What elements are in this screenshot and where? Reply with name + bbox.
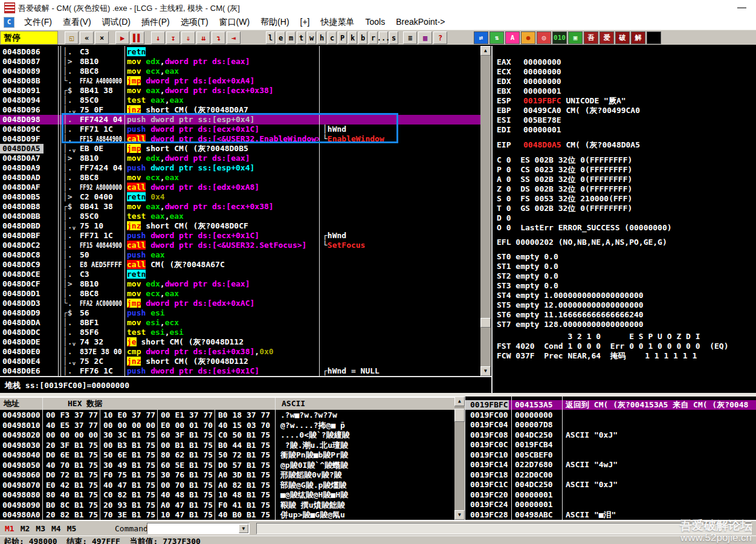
stack-row[interactable]: 0019FC08004DC250ASCII "0xJ" (465, 430, 756, 440)
disassembly-pane[interactable]: 0048D086│.C3retn0048D087│>8B10mov edx,dw… (0, 46, 480, 376)
disasm-row[interactable]: 0048D089│.8BC8mov ecx,eax (0, 66, 480, 76)
menu-item[interactable]: 帮助(H) (255, 16, 294, 28)
tab-m3[interactable]: M3 (36, 524, 45, 533)
disasm-row[interactable]: 0048D0AF│.FF92 A8000000call dword ptr ds… (0, 183, 480, 192)
toolbar-letter-button-t[interactable]: t (297, 31, 306, 44)
tab-m2[interactable]: M2 (21, 524, 30, 533)
disasm-row[interactable]: 0048D0AD│.8BC8mov ecx,eax (0, 173, 480, 183)
register-line[interactable]: ESI005BE78E (497, 115, 561, 125)
disasm-row[interactable]: 0048D0BF│.FF71 1Cpush dword ptr ds:[ecx+… (0, 231, 480, 241)
stack-row[interactable]: 0019FC2000000001 (465, 490, 756, 500)
tab-m4[interactable]: M4 (51, 524, 61, 533)
toolbar-letter-button-h[interactable]: h (317, 31, 326, 44)
menu-item[interactable]: BreakPoint-> (390, 16, 450, 28)
toolbar-plugin-button[interactable]: A (505, 31, 520, 44)
menu-item[interactable]: [+] (295, 16, 315, 28)
disassembly-scrollbar[interactable]: ▲ ▼ (480, 46, 491, 376)
register-line[interactable]: ECX00000000 (497, 67, 561, 77)
hex-dump-row[interactable]: 0049805040 70 B1 7530 49 B1 7560 5E B1 7… (0, 461, 348, 470)
disasm-row[interactable]: 0048D0DC│.85F6test esi,esi (0, 328, 480, 337)
toolbar-plugin-button[interactable]: ⇅ (489, 31, 504, 44)
toolbar-plugin-button[interactable] (647, 31, 661, 44)
hex-dump-row[interactable]: 0049808080 40 B1 75C0 82 B1 7540 48 B1 7… (0, 490, 348, 500)
cpu-child-icon[interactable]: C (4, 17, 15, 28)
disasm-row[interactable]: 0048D0BD│.v75 10jnz short CM( (灰?0048D0C… (0, 221, 480, 231)
toolbar-plugin-button[interactable]: 010 (552, 31, 567, 44)
toolbar-view-button[interactable]: ? (433, 31, 447, 44)
register-line[interactable]: EBP00499CA0 CM( (灰?00499CA0 (497, 106, 640, 115)
toolbar-run-button[interactable]: ▌▌ (131, 31, 144, 44)
disasm-row[interactable]: 0048D0E4│.v75 2Cjnz short CM( (灰?0048D11… (0, 357, 480, 366)
toolbar-letter-button-b[interactable]: b (358, 31, 367, 44)
disasm-row[interactable]: 0048D0BB│.85C0test eax,eax (0, 212, 480, 221)
scroll-down-icon[interactable]: ▼ (454, 510, 465, 520)
hex-dump-row[interactable]: 00498070E0 42 B1 7540 47 B1 7500 70 B1 7… (0, 481, 346, 490)
menu-item[interactable]: 文件(F) (19, 16, 57, 28)
toolbar-plugin-button[interactable]: 解 (631, 31, 645, 44)
scroll-up-icon[interactable]: ▲ (480, 46, 491, 56)
hex-dump-row[interactable]: 004980A020 82 B1 7570 3E B1 7510 47 B1 7… (0, 510, 345, 520)
register-line[interactable]: EDX00000000 (497, 77, 561, 86)
scrollbar-thumb[interactable] (454, 409, 465, 422)
disasm-row[interactable]: 0048D0E0│.837E 38 00cmp dword ptr ds:[es… (0, 347, 480, 357)
stack-row[interactable]: 0019FC2800498ABCASCII "■泪" (465, 510, 756, 520)
toolbar-letter-button-e[interactable]: e (276, 31, 285, 44)
scroll-up-icon[interactable]: ▲ (454, 397, 465, 406)
toolbar-step-button[interactable]: ↧ (166, 31, 180, 44)
stack-row[interactable]: 0019FC14022D7680ASCII "4wJ" (465, 460, 756, 470)
disasm-row[interactable]: 0048D0DE│.v74 32je short CM( (灰?0048D112 (0, 337, 480, 347)
scrollbar-thumb[interactable] (480, 318, 491, 328)
toolbar-step-button[interactable]: ⇊ (196, 31, 210, 44)
stack-row[interactable]: 0019FC10005CBEF0 (465, 450, 756, 460)
toolbar-plugin-button[interactable]: 吾 (584, 31, 598, 44)
toolbar-plugin-button[interactable]: ▣ (568, 31, 583, 44)
hex-dump-row[interactable]: 00498060D0 72 B1 75F0 75 B1 7530 76 B1 7… (0, 470, 341, 480)
register-line[interactable]: EIP0048D0A5 CM( (灰?0048D0A5 (497, 140, 640, 150)
disasm-row[interactable]: 0048D094│.85C0test eax,eax (0, 96, 480, 105)
toolbar-run-button[interactable]: ▶ (115, 31, 129, 44)
menu-item[interactable]: 插件(P) (136, 16, 175, 28)
hex-dump-row[interactable]: 00498040D0 6E B1 7550 6E B1 7580 62 B1 7… (0, 450, 348, 460)
disasm-row[interactable]: 0048D091┌$8B41 38mov eax,dword ptr ds:[e… (0, 86, 480, 96)
dump-scrollbar[interactable]: ▲ ▼ (454, 397, 465, 520)
disasm-row[interactable]: 0048D0DA│.8BF1mov esi,ecx (0, 318, 480, 328)
toolbar-plugin-button[interactable]: 爱 (599, 31, 614, 44)
hex-dump-row[interactable]: 0049800000 F3 37 7710 E0 37 7700 E1 37 7… (0, 410, 337, 420)
disasm-row[interactable]: 0048D0E6│.FF76 1Cpush dword ptr ds:[esi+… (0, 366, 480, 376)
chevron-down-icon[interactable]: ▼ (239, 524, 248, 533)
toolbar-file-button[interactable]: × (95, 31, 109, 44)
toolbar-plugin-button[interactable]: ● (521, 31, 535, 44)
toolbar-file-button[interactable]: « (80, 31, 94, 44)
toolbar-plugin-button[interactable]: 破 (615, 31, 630, 44)
toolbar-letter-button-w[interactable]: w (307, 31, 316, 44)
stack-row[interactable]: 0019FC04000007D8 (465, 420, 756, 430)
stack-row[interactable]: 0019FC0C0019FCB4 (465, 440, 756, 450)
stack-row[interactable]: 0019FC2400000001 (465, 500, 756, 510)
menu-item[interactable]: 快捷菜单 (315, 16, 360, 28)
disasm-row[interactable]: 0048D0B5│>C2 0400retn 0x4 (0, 192, 480, 202)
hex-dump-row[interactable]: 0049803020 3F B1 7500 B3 B1 7500 B1 B1 7… (0, 441, 348, 450)
register-line[interactable]: ESP0019FBFC UNICODE "厥A" (497, 96, 626, 106)
menu-item[interactable]: Tools (360, 16, 391, 28)
stack-pane[interactable]: 0019FBFC004153A5返回到 CM( (灰?004153A5 来自 C… (465, 397, 756, 520)
hex-dump-row[interactable]: 00498090B0 8C B1 7520 93 B1 75A0 47 B1 7… (0, 500, 345, 510)
menu-item[interactable]: 调试(D) (97, 16, 136, 28)
disasm-row[interactable]: 0048D086│.C3retn (0, 47, 480, 57)
scroll-down-icon[interactable]: ▼ (480, 366, 491, 376)
stack-row[interactable]: 0019FC18022D0C00 (465, 470, 756, 480)
disasm-row[interactable]: 0048D0D9┌$56push esi (0, 308, 480, 318)
toolbar-step-button[interactable]: ⇥ (227, 31, 241, 44)
tab-m5[interactable]: M5 (67, 524, 77, 533)
register-line[interactable]: EBX00000001 (497, 86, 561, 96)
disasm-row[interactable]: 0048D0A5│.vEB 0Ejmp short CM( (灰?0048D0B… (0, 144, 480, 154)
toolbar-letter-button-P[interactable]: P (338, 31, 347, 44)
command-input[interactable]: ▼ (147, 523, 250, 534)
disasm-row[interactable]: 0048D08B└.FFA2 A4000000jmp dword ptr ds:… (0, 76, 480, 86)
hex-dump-row[interactable]: 0049801040 E5 37 7700 00 00 00E0 00 01 7… (0, 421, 345, 430)
disasm-row[interactable]: 0048D0D3└.FFA2 AC000000jmp dword ptr ds:… (0, 299, 480, 308)
menu-item[interactable]: 选项(T) (175, 16, 214, 28)
toolbar-step-button[interactable]: ↓ (151, 31, 165, 44)
disasm-row[interactable]: 0048D0B8┌$8B41 38mov eax,dword ptr ds:[e… (0, 202, 480, 212)
toolbar-letter-button-c[interactable]: c (328, 31, 337, 44)
toolbar-file-button[interactable]: ◱ (65, 31, 79, 44)
